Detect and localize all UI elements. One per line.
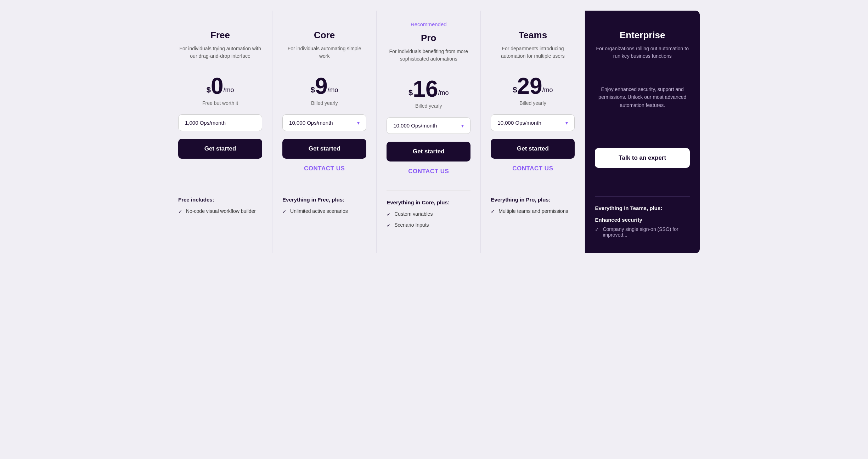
price-dollar-free: $ xyxy=(207,85,211,95)
ops-value-teams: 10,000 Ops/month xyxy=(497,120,541,126)
contact-us-placeholder-free xyxy=(178,165,262,176)
plan-name-enterprise: Enterprise xyxy=(595,30,690,41)
check-icon-pro-1: ✓ xyxy=(387,211,391,217)
features-header-pro: Everything in Core, plus: xyxy=(387,199,470,205)
price-row-free: $ 0 /mo xyxy=(178,75,262,97)
price-amount-pro: 16 xyxy=(413,78,438,100)
divider-teams xyxy=(491,188,575,188)
plan-name-core: Core xyxy=(282,30,366,41)
billed-note-core: Billed yearly xyxy=(282,100,366,107)
price-row-teams: $ 29 /mo xyxy=(491,75,575,97)
plan-description-free: For individuals trying automation with o… xyxy=(178,45,262,66)
billed-note-placeholder-enterprise xyxy=(595,116,690,123)
plan-card-pro: Recommended Pro For individuals benefiti… xyxy=(377,11,481,253)
features-header-enterprise: Everything in Teams, plus: xyxy=(595,205,690,211)
price-dollar-teams: $ xyxy=(513,85,517,95)
plan-card-enterprise: Enterprise For organizations rolling out… xyxy=(585,11,700,253)
billed-note-pro: Billed yearly xyxy=(387,103,470,110)
price-amount-free: 0 xyxy=(211,75,224,97)
price-row-core: $ 9 /mo xyxy=(282,75,366,97)
price-mo-teams: /mo xyxy=(542,86,553,94)
contact-us-link-pro[interactable]: CONTACT US xyxy=(387,168,470,178)
price-placeholder-enterprise xyxy=(595,75,690,85)
ops-selector-core[interactable]: 10,000 Ops/month ▾ xyxy=(282,114,366,131)
talk-to-expert-button[interactable]: Talk to an expert xyxy=(595,148,690,168)
recommended-placeholder-enterprise xyxy=(595,21,690,30)
feature-label-enterprise-1: Company single sign-on (SSO) for improve… xyxy=(603,226,690,238)
feature-label-teams-1: Multiple teams and permissions xyxy=(498,208,568,214)
price-dollar-core: $ xyxy=(311,85,315,95)
price-dollar-pro: $ xyxy=(408,88,413,97)
get-started-button-pro[interactable]: Get started xyxy=(387,142,470,162)
recommended-placeholder-core xyxy=(282,21,366,30)
ops-selector-free: 1,000 Ops/month xyxy=(178,114,262,131)
chevron-down-icon-teams: ▾ xyxy=(565,120,568,126)
divider-free xyxy=(178,188,262,188)
ops-value-core: 10,000 Ops/month xyxy=(289,120,333,126)
check-icon-pro-2: ✓ xyxy=(387,222,391,228)
check-icon-enterprise-1: ✓ xyxy=(595,227,599,232)
divider-pro xyxy=(387,191,470,191)
get-started-button-teams[interactable]: Get started xyxy=(491,139,575,159)
price-mo-pro: /mo xyxy=(438,89,449,97)
plan-description-teams: For departments introducing automation f… xyxy=(491,45,575,66)
price-amount-core: 9 xyxy=(315,75,328,97)
enterprise-body-text: Enjoy enhanced security, support and per… xyxy=(595,85,690,109)
plan-name-free: Free xyxy=(178,30,262,41)
recommended-label-pro: Recommended xyxy=(387,21,470,30)
price-amount-teams: 29 xyxy=(517,75,542,97)
plan-card-teams: Teams For departments introducing automa… xyxy=(481,11,585,253)
ops-selector-teams[interactable]: 10,000 Ops/month ▾ xyxy=(491,114,575,131)
pricing-grid: Free For individuals trying automation w… xyxy=(168,11,700,253)
recommended-placeholder-free xyxy=(178,21,262,30)
chevron-down-icon-pro: ▾ xyxy=(461,123,464,129)
feature-label-pro-2: Scenario Inputs xyxy=(394,222,429,228)
plan-name-teams: Teams xyxy=(491,30,575,41)
feature-item-enterprise-1: ✓ Company single sign-on (SSO) for impro… xyxy=(595,226,690,238)
plan-card-core: Core For individuals automating simple w… xyxy=(272,11,377,253)
feature-item-pro-2: ✓ Scenario Inputs xyxy=(387,222,470,228)
get-started-button-free[interactable]: Get started xyxy=(178,139,262,159)
feature-label-pro-1: Custom variables xyxy=(394,211,433,217)
contact-us-link-core[interactable]: CONTACT US xyxy=(282,165,366,176)
price-mo-free: /mo xyxy=(223,86,234,94)
plan-description-enterprise: For organizations rolling out automation… xyxy=(595,45,690,66)
ops-value-pro: 10,000 Ops/month xyxy=(393,123,437,129)
get-started-button-core[interactable]: Get started xyxy=(282,139,366,159)
feature-label-free-1: No-code visual workflow builder xyxy=(186,208,256,214)
contact-us-placeholder-enterprise xyxy=(595,179,690,190)
divider-core xyxy=(282,188,366,188)
check-icon-free-1: ✓ xyxy=(178,209,182,214)
feature-item-free-1: ✓ No-code visual workflow builder xyxy=(178,208,262,214)
chevron-down-icon-core: ▾ xyxy=(357,120,360,126)
feature-item-core-1: ✓ Unlimited active scenarios xyxy=(282,208,366,214)
billed-note-teams: Billed yearly xyxy=(491,100,575,107)
divider-enterprise xyxy=(595,196,690,197)
feature-item-teams-1: ✓ Multiple teams and permissions xyxy=(491,208,575,214)
feature-label-core-1: Unlimited active scenarios xyxy=(290,208,348,214)
check-icon-core-1: ✓ xyxy=(282,209,287,214)
contact-us-link-teams[interactable]: CONTACT US xyxy=(491,165,575,176)
check-icon-teams-1: ✓ xyxy=(491,209,495,214)
price-mo-core: /mo xyxy=(328,86,338,94)
ops-selector-pro[interactable]: 10,000 Ops/month ▾ xyxy=(387,117,470,134)
feature-item-pro-1: ✓ Custom variables xyxy=(387,211,470,217)
plan-description-core: For individuals automating simple work xyxy=(282,45,366,66)
recommended-placeholder-teams xyxy=(491,21,575,30)
plan-description-pro: For individuals benefiting from more sop… xyxy=(387,48,470,69)
enterprise-feature-subheader: Enhanced security xyxy=(595,217,690,223)
features-header-core: Everything in Free, plus: xyxy=(282,197,366,203)
features-header-teams: Everything in Pro, plus: xyxy=(491,197,575,203)
billed-note-free: Free but worth it xyxy=(178,100,262,107)
plan-name-pro: Pro xyxy=(387,33,470,44)
price-row-pro: $ 16 /mo xyxy=(387,78,470,100)
features-header-free: Free includes: xyxy=(178,197,262,203)
ops-value-free: 1,000 Ops/month xyxy=(185,120,226,126)
plan-card-free: Free For individuals trying automation w… xyxy=(168,11,272,253)
ops-placeholder-enterprise xyxy=(595,123,690,144)
